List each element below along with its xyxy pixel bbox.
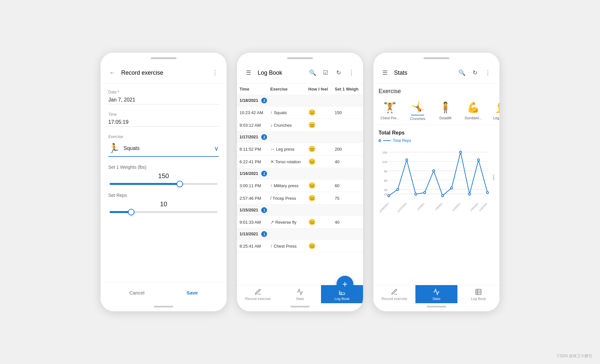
weight-slider-group: Set 1 Weights (lbs) 150 [108, 165, 219, 185]
nav-log-label: Log Book [335, 297, 349, 301]
row-feel: 😐 [306, 179, 332, 192]
bottom-nav-stats: Record exercise Stats Log Book [373, 285, 499, 303]
svg-text:12/27/2020: 12/27/2020 [397, 202, 407, 213]
row-weight: 40 [332, 155, 363, 168]
exercise-item-icon: 🧍 [439, 101, 452, 115]
log-table-row[interactable]: 8:11:52 PM ↔ Leg press 😐 200 [237, 143, 363, 155]
phone-bottom-indicator3 [427, 306, 446, 307]
log-table-row[interactable]: 10:23:42 AM ↑ Squats 😐 150 [237, 106, 363, 119]
exercise-item-crunches[interactable]: 🤸 Crunches [406, 101, 429, 121]
stats-refresh-icon[interactable]: ↻ [470, 68, 480, 78]
row-weight: 60 [332, 179, 363, 192]
exercise-item-dumbbel...[interactable]: 💪 Dumbbel... [462, 101, 485, 121]
menu-icon[interactable]: ☰ [243, 68, 254, 78]
log-table-row[interactable]: 8:25:41 AM ↑ Chest Press 😐 [237, 240, 363, 252]
col-feel: How I feel [306, 83, 332, 95]
exercise-dir-icon: ↑ [270, 110, 273, 115]
row-time: 2:57:46 PM [237, 192, 268, 205]
svg-point-23 [451, 187, 453, 189]
svg-point-22 [442, 195, 444, 197]
log-table-row[interactable]: 9:03:12 AM ↓ Crunches 😐 [237, 119, 363, 132]
refresh-icon[interactable]: ↻ [333, 68, 344, 78]
time-field-group: Time 17:05:19 [108, 112, 219, 127]
weight-label: Set 1 Weights (lbs) [108, 165, 219, 170]
reps-slider-track[interactable] [110, 211, 218, 213]
log-scroll-area[interactable]: Time Exercise How I feel Set 1 Weigh 1/1… [237, 83, 363, 285]
svg-text:1/9/2021: 1/9/2021 [434, 202, 443, 211]
row-weight: 75 [332, 192, 363, 205]
exercise-item-leg-press[interactable]: 🦵 Leg press [490, 101, 499, 121]
svg-text:150: 150 [382, 151, 388, 154]
log-date-row: 1/16/2021 2 [237, 168, 363, 179]
svg-point-20 [423, 191, 425, 194]
svg-text:1/18/2021: 1/18/2021 [478, 202, 488, 212]
log-table-row[interactable]: 6:22:41 PM ✕ Torso rotation 😐 40 [237, 155, 363, 168]
screen-stats: ☰ Stats 🔍 ↻ ⋮ Exercise 🏋️ Chest Pre... 🤸… [373, 62, 499, 303]
weight-slider-thumb[interactable] [177, 181, 183, 187]
row-feel: 😐 [306, 192, 332, 205]
date-value[interactable]: Jan 7, 2021 [108, 96, 219, 104]
reps-value: 10 [108, 200, 219, 208]
stats-menu-icon[interactable]: ☰ [380, 68, 390, 78]
exercise-field-group: Exercise 🏃 Squats ∨ [108, 134, 219, 157]
nav-stats[interactable]: Stats [279, 285, 321, 303]
row-weight: 150 [332, 106, 363, 119]
exercise-item-chest-pre...[interactable]: 🏋️ Chest Pre... [379, 101, 401, 121]
nav-record-exercise[interactable]: Record exercise [237, 285, 279, 303]
exercise-item-label: Deadlift [439, 116, 451, 120]
row-weight: 40 [332, 216, 363, 229]
exercise-dir-icon: ↑ [270, 183, 273, 188]
reps-label: Set Reps [108, 193, 219, 198]
save-button[interactable]: Save [176, 287, 208, 298]
row-time: 6:22:41 PM [237, 155, 268, 168]
row-exercise: ↔ Leg press [268, 143, 306, 155]
svg-text:30: 30 [384, 188, 388, 191]
log-table-row[interactable]: 2:57:46 PM / Tricep Press 😐 75 [237, 192, 363, 205]
row-feel: 😐 [306, 216, 332, 229]
legend-dot [379, 139, 381, 142]
row-time: 8:11:52 PM [237, 143, 268, 155]
phone-record-exercise: ← Record exercise ⋮ Date * Jan 7, 2021 T… [101, 53, 227, 311]
reps-slider-thumb[interactable] [128, 209, 134, 215]
stats-nav-record[interactable]: Record exercise [373, 285, 415, 303]
record-pencil-icon [391, 288, 398, 295]
weight-slider-track[interactable] [110, 183, 218, 185]
row-feel: 😐 [306, 119, 332, 132]
exercise-item-deadlift[interactable]: 🧍 Deadlift [434, 101, 457, 121]
log-title: Log Book [258, 70, 307, 76]
svg-text:90: 90 [384, 169, 388, 173]
chart-area: 1501209060301612/30/202012/27/20201/4/20… [379, 145, 494, 217]
exercise-section-title: Exercise [373, 83, 499, 97]
action-bar: Cancel Save [101, 282, 227, 303]
svg-point-26 [477, 159, 479, 161]
more-icon[interactable]: ⋮ [346, 68, 357, 78]
phone-bottom-indicator [154, 306, 173, 307]
stats-more-icon[interactable]: ⋮ [483, 68, 493, 78]
exercise-dir-icon: ✕ [270, 159, 274, 164]
log-table-row[interactable]: 3:00:11 PM ↑ Military press 😐 60 [237, 179, 363, 192]
exercise-carousel[interactable]: 🏋️ Chest Pre... 🤸 Crunches 🧍 Deadlift 💪 … [373, 97, 499, 125]
exercise-type-icon: 🏃 [108, 143, 120, 154]
exercise-item-icon: 🤸 [411, 101, 424, 115]
exercise-dir-icon: ↓ [270, 123, 273, 128]
row-time: 8:25:41 AM [237, 240, 268, 252]
search-icon[interactable]: 🔍 [307, 68, 318, 78]
col-weight: Set 1 Weigh [332, 83, 363, 95]
filter-icon[interactable]: ☑ [320, 68, 331, 78]
back-button[interactable]: ← [107, 68, 117, 78]
cancel-button[interactable]: Cancel [119, 287, 155, 298]
row-time: 9:03:12 AM [237, 119, 268, 132]
more-options-icon[interactable]: ⋮ [210, 68, 220, 78]
svg-point-16 [388, 195, 390, 197]
stats-nav-stats[interactable]: Stats [415, 285, 457, 303]
svg-point-27 [487, 191, 488, 194]
stats-nav-log[interactable]: Log Book [457, 285, 499, 303]
exercise-selector[interactable]: 🏃 Squats ∨ [108, 140, 219, 157]
log-date-row: 1/13/2021 1 [237, 229, 363, 240]
add-exercise-fab[interactable]: + [337, 276, 353, 293]
log-table-row[interactable]: 9:01:33 AM ↗ Reverse fly 😐 40 [237, 216, 363, 229]
time-value[interactable]: 17:05:19 [108, 118, 219, 127]
stats-search-icon[interactable]: 🔍 [457, 68, 467, 78]
row-exercise: / Tricep Press [268, 192, 306, 205]
svg-point-25 [468, 193, 470, 195]
